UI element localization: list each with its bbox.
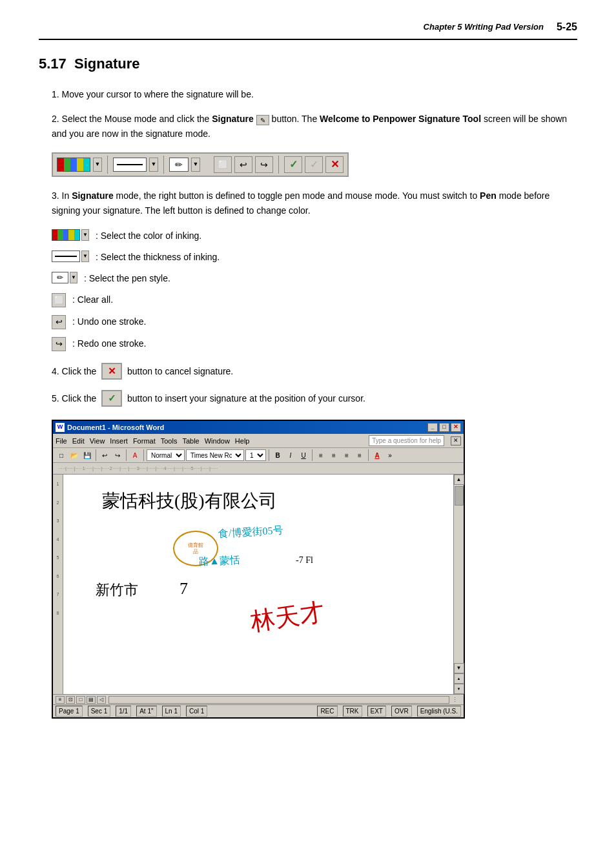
print-view-icon[interactable]: □ [76,696,85,704]
help-search-box[interactable]: Type a question for help [369,435,444,446]
thickness-dropdown[interactable]: ▼ [149,158,158,172]
desc-pen-text: : Select the pen style. [84,272,170,285]
word-menubar: File Edit View Insert Format Tools Table… [53,434,464,448]
description-list: ▼ : Select the color of inking. ▼ : Sele… [52,229,577,351]
mini-color-blue [63,230,68,240]
step-5: 5. Click the ✓ button to insert your sig… [39,390,577,407]
word-minimize-button[interactable]: _ [427,423,438,432]
separator-3 [278,156,279,174]
confirm-light-button[interactable]: ✓ [305,156,323,173]
mini-redo-icon: ↪ [52,337,66,351]
menu-file[interactable]: File [56,436,67,447]
confirm-btn-inline: ✓ [101,390,122,407]
menu-view[interactable]: View [90,436,105,447]
status-ovr: OVR [391,706,412,717]
mini-color-dropdown[interactable]: ▼ [81,229,89,241]
tb-sep-3 [143,449,144,461]
chinese-company-name: 蒙恬科技(股)有限公司 [102,487,444,515]
underline-icon[interactable]: U [298,449,309,461]
word-app-close[interactable]: ✕ [451,436,461,445]
outline-view-icon[interactable]: ▤ [87,696,96,704]
font-select[interactable]: Times New Roman [186,449,244,461]
mini-line [55,256,77,257]
scroll-thumb[interactable] [455,486,464,506]
mini-pen-dropdown[interactable]: ▼ [70,272,77,283]
word-toolbar: □ 📂 💾 ↩ ↪ A Normal Times New Roman 12 B … [53,448,464,463]
word-titlebar: W Document1 - Microsoft Word _ □ ✕ [53,421,464,435]
confirm-button[interactable]: ✓ [284,156,302,173]
menu-table[interactable]: Table [182,436,199,447]
size-select[interactable]: 12 [245,449,266,461]
menu-insert[interactable]: Insert [110,436,128,447]
red-signature: 林天才 [249,594,327,640]
menu-window[interactable]: Window [205,436,230,447]
align-center-icon[interactable]: ≡ [328,449,340,461]
normal-view-icon[interactable]: ≡ [56,696,65,704]
step-1: 1. Move your cursor to where the signatu… [39,87,577,101]
left-ruler: 1 2 3 4 5 6 7 8 [53,475,63,694]
color-red [57,158,64,171]
pen-dropdown[interactable]: ▼ [191,158,200,172]
desc-thickness-text: : Select the thickness of inking. [96,251,220,264]
menu-format[interactable]: Format [133,436,156,447]
scroll-down-button[interactable]: ▼ [454,663,464,673]
menu-tools[interactable]: Tools [161,436,178,447]
thickness-line [117,164,143,165]
desc-redo-text: : Redo one stroke. [72,337,146,351]
more-icon[interactable]: » [384,449,396,461]
word-close-button[interactable]: ✕ [451,423,461,432]
color-selector[interactable] [57,158,90,172]
pen-style-selector[interactable]: ✏ [169,158,189,172]
new-doc-icon[interactable]: □ [56,449,67,461]
font-color-icon[interactable]: A [371,449,383,461]
scroll-extra-2[interactable]: ▼ [454,684,464,694]
signature-toolbar: ▼ ▼ ✏ ▼ ⬜ ↩ ↪ ✓ ✓ ✕ [52,152,349,177]
cancel-button[interactable]: ✕ [325,156,344,173]
spell-check-icon[interactable]: A [129,449,141,461]
mini-line-box [52,251,80,262]
save-icon[interactable]: 💾 [81,449,93,461]
desc-pen: ✏ ▼ : Select the pen style. [52,272,577,285]
mini-thickness-dropdown[interactable]: ▼ [81,251,89,262]
reading-view-icon[interactable]: ◁ [97,696,106,704]
undo-button[interactable]: ↩ [234,156,252,173]
signature-scribble-1: 食/博愛街05号 [218,523,283,542]
color-yellow [77,158,83,171]
style-select[interactable]: Normal [147,449,185,461]
status-rec: REC [317,706,337,717]
step-4: 4. Click the ✕ button to cancel signatur… [39,363,577,380]
word-title-text: Document1 - Microsoft Word [67,422,164,433]
vertical-scrollbar[interactable]: ▲ ▼ ▲ ▼ [453,475,464,694]
menu-edit[interactable]: Edit [72,436,85,447]
status-page: Page 1 [56,706,83,717]
justify-icon[interactable]: ≡ [354,449,365,461]
color-dropdown[interactable]: ▼ [93,158,102,172]
separator-2 [163,156,164,174]
word-statusbar: Page 1 Sec 1 1/1 At 1" Ln 1 Col 1 REC TR… [53,704,464,717]
mini-clear-icon: ⬜ [52,293,66,307]
redo-button[interactable]: ↪ [255,156,273,173]
horizontal-scrollbar[interactable] [108,696,449,704]
bold-icon[interactable]: B [272,449,283,461]
scroll-up-button[interactable]: ▲ [454,475,464,485]
align-left-icon[interactable]: ≡ [315,449,327,461]
clear-all-button[interactable]: ⬜ [214,156,232,173]
web-view-icon[interactable]: ⊡ [66,696,75,704]
page-header: Chapter 5 Writing Pad Version 5-25 [39,19,577,40]
menu-help[interactable]: Help [235,436,250,447]
word-app-icon: W [56,423,65,432]
italic-icon[interactable]: I [285,449,296,461]
status-sec: Sec 1 [88,706,111,717]
resize-grip[interactable]: ⋮ [452,696,461,704]
scroll-extra-1[interactable]: ▲ [454,673,464,684]
redo-tb-icon[interactable]: ↪ [112,449,123,461]
thickness-selector[interactable] [113,158,147,172]
open-icon[interactable]: 📂 [68,449,80,461]
undo-tb-icon[interactable]: ↩ [99,449,110,461]
mini-color-cyan [74,230,79,240]
align-right-icon[interactable]: ≡ [341,449,353,461]
desc-redo: ↪ : Redo one stroke. [52,337,577,351]
word-restore-button[interactable]: □ [439,423,449,432]
status-col: Col 1 [186,706,207,717]
status-ext: EXT [367,706,386,717]
